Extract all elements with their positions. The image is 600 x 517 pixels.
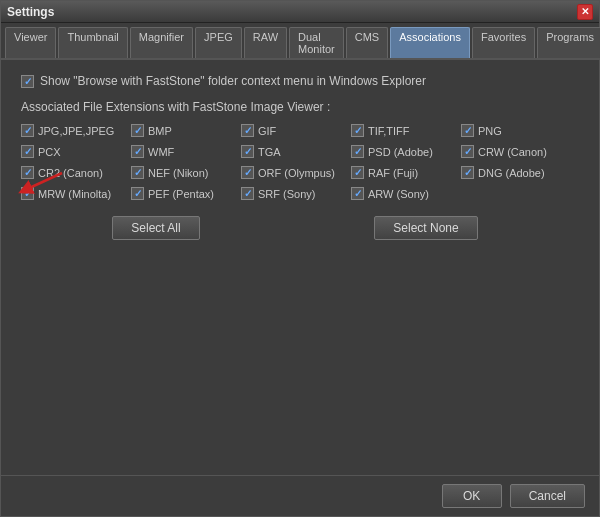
select-none-area: Select None	[291, 216, 561, 240]
window-title: Settings	[7, 5, 54, 19]
cb-crw-label: CRW (Canon)	[478, 146, 547, 158]
cb-pcx-box[interactable]	[21, 145, 34, 158]
cb-wmf[interactable]: WMF	[131, 145, 241, 158]
select-all-button[interactable]: Select All	[112, 216, 199, 240]
cb-tif[interactable]: TIF,TIFF	[351, 124, 461, 137]
cb-gif-box[interactable]	[241, 124, 254, 137]
checkbox-row-4: MRW (Minolta) PEF (Pentax) SRF (Sony) AR…	[21, 187, 579, 200]
row3-container: CR2 (Canon) NEF (Nikon) ORF (Olympus) RA…	[21, 166, 579, 179]
cb-cr2-box[interactable]	[21, 166, 34, 179]
cb-pef-box[interactable]	[131, 187, 144, 200]
select-all-area: Select All	[21, 216, 291, 240]
tabs-bar: Viewer Thumbnail Magnifier JPEG RAW Dual…	[1, 23, 599, 60]
cb-gif[interactable]: GIF	[241, 124, 351, 137]
cb-tga-label: TGA	[258, 146, 281, 158]
cb-raf[interactable]: RAF (Fuji)	[351, 166, 461, 179]
cb-bmp[interactable]: BMP	[131, 124, 241, 137]
cb-raf-label: RAF (Fuji)	[368, 167, 418, 179]
title-bar: Settings ✕	[1, 1, 599, 23]
cb-orf-box[interactable]	[241, 166, 254, 179]
cb-jpg-label: JPG,JPE,JPEG	[38, 125, 114, 137]
cb-wmf-label: WMF	[148, 146, 174, 158]
cb-orf[interactable]: ORF (Olympus)	[241, 166, 351, 179]
cb-nef[interactable]: NEF (Nikon)	[131, 166, 241, 179]
cb-raf-box[interactable]	[351, 166, 364, 179]
cb-tga[interactable]: TGA	[241, 145, 351, 158]
cb-srf-box[interactable]	[241, 187, 254, 200]
cb-jpg-box[interactable]	[21, 124, 34, 137]
cb-mrw-box[interactable]	[21, 187, 34, 200]
close-button[interactable]: ✕	[577, 4, 593, 20]
cb-arw[interactable]: ARW (Sony)	[351, 187, 461, 200]
cb-empty	[461, 187, 571, 200]
cb-tga-box[interactable]	[241, 145, 254, 158]
select-none-button[interactable]: Select None	[374, 216, 477, 240]
cb-png-box[interactable]	[461, 124, 474, 137]
tab-cms[interactable]: CMS	[346, 27, 388, 58]
cb-psd[interactable]: PSD (Adobe)	[351, 145, 461, 158]
cb-pcx-label: PCX	[38, 146, 61, 158]
cb-dng[interactable]: DNG (Adobe)	[461, 166, 571, 179]
cb-png-label: PNG	[478, 125, 502, 137]
cb-arw-box[interactable]	[351, 187, 364, 200]
tab-thumbnail[interactable]: Thumbnail	[58, 27, 127, 58]
settings-window: Settings ✕ Viewer Thumbnail Magnifier JP…	[0, 0, 600, 517]
tab-associations[interactable]: Associations	[390, 27, 470, 58]
cb-orf-label: ORF (Olympus)	[258, 167, 335, 179]
cb-psd-label: PSD (Adobe)	[368, 146, 433, 158]
cb-srf[interactable]: SRF (Sony)	[241, 187, 351, 200]
tab-raw[interactable]: RAW	[244, 27, 287, 58]
select-buttons-section: Select All Select None	[21, 216, 579, 240]
tab-jpeg[interactable]: JPEG	[195, 27, 242, 58]
cb-crw[interactable]: CRW (Canon)	[461, 145, 571, 158]
cancel-button[interactable]: Cancel	[510, 484, 585, 508]
cb-jpg[interactable]: JPG,JPE,JPEG	[21, 124, 131, 137]
cb-bmp-label: BMP	[148, 125, 172, 137]
content-area: Show "Browse with FastStone" folder cont…	[1, 60, 599, 475]
cb-mrw[interactable]: MRW (Minolta)	[21, 187, 131, 200]
cb-png[interactable]: PNG	[461, 124, 571, 137]
checkbox-row-3: CR2 (Canon) NEF (Nikon) ORF (Olympus) RA…	[21, 166, 579, 179]
section-label: Associated File Extensions with FastSton…	[21, 100, 579, 114]
show-option-row: Show "Browse with FastStone" folder cont…	[21, 74, 579, 88]
show-option-label: Show "Browse with FastStone" folder cont…	[40, 74, 426, 88]
ok-button[interactable]: OK	[442, 484, 502, 508]
cb-crw-box[interactable]	[461, 145, 474, 158]
cb-pef-label: PEF (Pentax)	[148, 188, 214, 200]
cb-srf-label: SRF (Sony)	[258, 188, 315, 200]
cb-wmf-box[interactable]	[131, 145, 144, 158]
cb-nef-box[interactable]	[131, 166, 144, 179]
cb-gif-label: GIF	[258, 125, 276, 137]
checkbox-row-1: JPG,JPE,JPEG BMP GIF TIF,TIFF PNG	[21, 124, 579, 137]
tab-magnifier[interactable]: Magnifier	[130, 27, 193, 58]
show-option-checkbox[interactable]	[21, 75, 34, 88]
tab-viewer[interactable]: Viewer	[5, 27, 56, 58]
cb-mrw-label: MRW (Minolta)	[38, 188, 111, 200]
cb-dng-label: DNG (Adobe)	[478, 167, 545, 179]
tab-favorites[interactable]: Favorites	[472, 27, 535, 58]
footer: OK Cancel	[1, 475, 599, 516]
cb-cr2-label: CR2 (Canon)	[38, 167, 103, 179]
cb-arw-label: ARW (Sony)	[368, 188, 429, 200]
cb-pef[interactable]: PEF (Pentax)	[131, 187, 241, 200]
tab-programs[interactable]: Programs	[537, 27, 600, 58]
cb-nef-label: NEF (Nikon)	[148, 167, 209, 179]
cb-cr2[interactable]: CR2 (Canon)	[21, 166, 131, 179]
cb-pcx[interactable]: PCX	[21, 145, 131, 158]
cb-dng-box[interactable]	[461, 166, 474, 179]
cb-bmp-box[interactable]	[131, 124, 144, 137]
checkbox-row-2: PCX WMF TGA PSD (Adobe) CRW (Canon)	[21, 145, 579, 158]
tab-dual-monitor[interactable]: Dual Monitor	[289, 27, 344, 58]
cb-tif-label: TIF,TIFF	[368, 125, 410, 137]
cb-tif-box[interactable]	[351, 124, 364, 137]
cb-psd-box[interactable]	[351, 145, 364, 158]
